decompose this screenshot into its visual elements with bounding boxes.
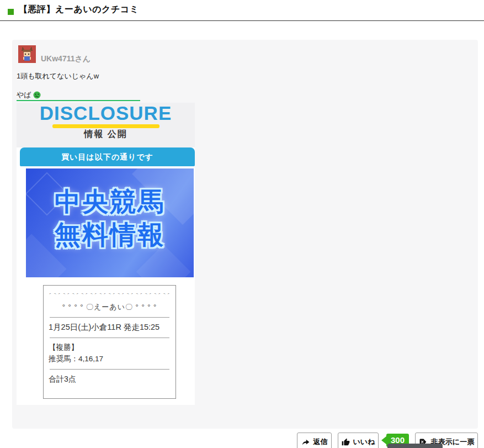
attached-image[interactable]: DISCLOSURE 情報 公開 買い目は以下の通りです 中央競馬 無料情報 ⌒… <box>17 103 195 405</box>
like-button[interactable]: いいね <box>338 433 379 448</box>
attachment-headline: DISCLOSURE <box>17 101 195 125</box>
ticket-race-info: 1月25日(土)小倉11R 発走15:25 <box>49 322 171 333</box>
reply-arrow-icon <box>301 439 310 446</box>
review-page: 【悪評】えーあいのクチコミ UKw4711さん 1頭も取れてないじゃんw やば <box>0 0 484 448</box>
comment-card: UKw4711さん 1頭も取れてないじゃんw やば DISCLOSURE 情報 … <box>12 40 478 429</box>
page-title: 【悪評】えーあいのクチコミ <box>19 4 139 15</box>
comment-text-line1: 1頭も取れてないじゃんw <box>17 71 99 81</box>
reply-button-label: 返信 <box>313 437 328 447</box>
ticket-bet-type: 【複勝】 <box>49 342 171 352</box>
ticket-title: ° ° ° ° 〇えーあい〇 ° ° ° ° <box>49 302 171 312</box>
reply-button[interactable]: 返信 <box>297 433 332 448</box>
attachment-subheadline: 情報 公開 <box>17 129 195 140</box>
attachment-header: DISCLOSURE 情報 公開 <box>17 103 195 147</box>
ticket-recommended-horses: 推奨馬：4,16,17 <box>49 354 171 364</box>
nauseated-face-emoji-icon <box>33 91 41 99</box>
ticket-divider <box>50 317 169 318</box>
ticket-total-points: 合計3点 <box>49 375 171 384</box>
ticket-divider <box>50 369 169 370</box>
thumbs-up-icon <box>342 438 350 446</box>
ticket-divider <box>50 338 169 338</box>
bets-banner: 買い目は以下の通りです <box>20 147 195 166</box>
bet-ticket: ⌒⌒⌒⌒⌒⌒⌒⌒⌒⌒⌒⌒⌒⌒⌒ ° ° ° ° 〇えーあい〇 ° ° ° ° 1… <box>43 285 176 399</box>
header-divider <box>0 20 484 21</box>
promo-line2: 無料情報 <box>26 218 194 251</box>
ticket-scallop-border: ⌒⌒⌒⌒⌒⌒⌒⌒⌒⌒⌒⌒⌒⌒⌒ <box>49 293 171 299</box>
attachment-body: 中央競馬 無料情報 ⌒⌒⌒⌒⌒⌒⌒⌒⌒⌒⌒⌒⌒⌒⌒ ° ° ° ° 〇えーあい〇… <box>17 166 195 405</box>
avatar[interactable] <box>18 45 36 63</box>
green-bullet-icon <box>8 9 14 15</box>
comment-username: UKw4711さん <box>41 54 91 64</box>
promo-image: 中央競馬 無料情報 <box>26 168 194 277</box>
comment-text-line2: やば <box>17 90 41 100</box>
like-button-label: いいね <box>353 437 375 447</box>
promo-line1: 中央競馬 <box>26 185 194 218</box>
promo-text: 中央競馬 無料情報 <box>26 168 194 251</box>
tooltip-partial <box>387 444 443 448</box>
comment-text-line2-word: やば <box>17 90 31 100</box>
